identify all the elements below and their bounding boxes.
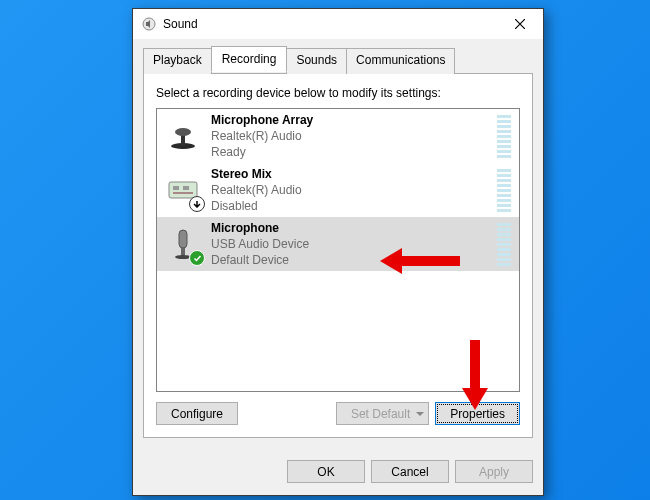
microphone-array-icon: [165, 118, 201, 154]
tabstrip: Playback Recording Sounds Communications: [143, 48, 533, 74]
svg-rect-9: [181, 248, 185, 256]
device-row[interactable]: Microphone Array Realtek(R) Audio Ready: [157, 109, 519, 163]
device-text: Microphone Array Realtek(R) Audio Ready: [211, 112, 487, 161]
device-listbox[interactable]: Microphone Array Realtek(R) Audio Ready …: [156, 108, 520, 392]
chevron-down-icon: [416, 412, 424, 416]
device-text: Microphone USB Audio Device Default Devi…: [211, 220, 487, 269]
device-status: Default Device: [211, 252, 487, 268]
window-title: Sound: [163, 17, 497, 31]
stereo-mix-icon: [165, 172, 201, 208]
tab-playback[interactable]: Playback: [143, 48, 212, 74]
set-default-button[interactable]: Set Default: [336, 402, 429, 425]
microphone-icon: [165, 226, 201, 262]
tab-panel: Select a recording device below to modif…: [143, 73, 533, 438]
device-status: Ready: [211, 144, 487, 160]
device-name: Stereo Mix: [211, 166, 487, 182]
device-text: Stereo Mix Realtek(R) Audio Disabled: [211, 166, 487, 215]
tab-sounds[interactable]: Sounds: [286, 48, 347, 74]
set-default-label: Set Default: [351, 407, 410, 421]
close-button[interactable]: [497, 9, 543, 39]
cancel-button[interactable]: Cancel: [371, 460, 449, 483]
dialog-footer: OK Cancel Apply: [133, 448, 543, 495]
tab-communications[interactable]: Communications: [346, 48, 455, 74]
svg-point-3: [175, 128, 191, 136]
instruction-text: Select a recording device below to modif…: [156, 86, 520, 100]
device-driver: Realtek(R) Audio: [211, 182, 487, 198]
tab-recording[interactable]: Recording: [211, 46, 288, 72]
device-name: Microphone: [211, 220, 487, 236]
ok-button[interactable]: OK: [287, 460, 365, 483]
level-meter: [497, 114, 511, 158]
svg-rect-7: [173, 192, 193, 194]
apply-button[interactable]: Apply: [455, 460, 533, 483]
svg-rect-6: [183, 186, 189, 190]
sound-dialog: Sound Playback Recording Sounds Communic…: [132, 8, 544, 496]
svg-rect-8: [179, 230, 187, 248]
device-driver: Realtek(R) Audio: [211, 128, 487, 144]
panel-button-row: Configure Set Default Properties: [156, 402, 520, 425]
configure-button[interactable]: Configure: [156, 402, 238, 425]
level-meter: [497, 222, 511, 266]
default-check-icon: [189, 250, 205, 266]
disabled-badge-icon: [189, 196, 205, 212]
properties-button[interactable]: Properties: [435, 402, 520, 425]
device-row[interactable]: Stereo Mix Realtek(R) Audio Disabled: [157, 163, 519, 217]
level-meter: [497, 168, 511, 212]
device-row[interactable]: Microphone USB Audio Device Default Devi…: [157, 217, 519, 271]
sound-icon: [141, 16, 157, 32]
device-name: Microphone Array: [211, 112, 487, 128]
device-driver: USB Audio Device: [211, 236, 487, 252]
titlebar: Sound: [133, 9, 543, 39]
svg-rect-5: [173, 186, 179, 190]
content-area: Playback Recording Sounds Communications…: [133, 39, 543, 448]
device-status: Disabled: [211, 198, 487, 214]
